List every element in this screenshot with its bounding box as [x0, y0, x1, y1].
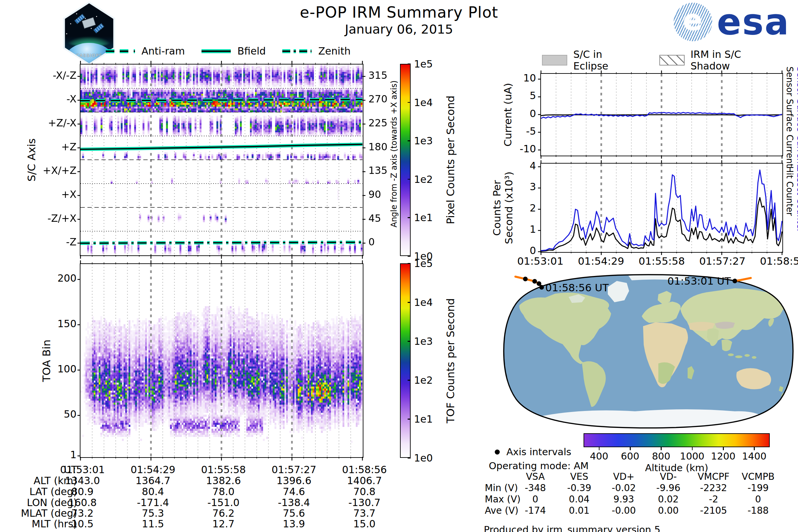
angle-tick-label: 225 [368, 118, 387, 128]
ephemeris-value: 12.7 [212, 519, 235, 529]
angle-tick-label: 135 [368, 166, 387, 175]
counts-tick-label: 4 [517, 161, 536, 171]
angle-tick-label: 0 [368, 237, 375, 247]
angle-axis-label: Angle from -Z axis (towards +X axis) [390, 80, 399, 227]
ephemeris-row-label: MLT (hrs) [20, 519, 77, 529]
ephemeris-value: 15.0 [354, 519, 376, 529]
ephemeris-value: 73.2 [72, 508, 94, 518]
voltage-value: -348 [525, 483, 546, 493]
toa-spectrogram [80, 263, 363, 458]
sensor-surface-current-x5-label: Sensor Surface Current x 5 [795, 66, 798, 183]
colorbar-tick-label: 1e5 [414, 259, 433, 269]
angle-tick-label: 315 [368, 71, 387, 80]
sensor-surface-current-label: Sensor Surface Current [785, 66, 795, 167]
voltage-value: -2105 [700, 506, 727, 515]
colorbar-tick [407, 102, 411, 103]
colorbar-tick [407, 140, 411, 141]
ephemeris-value: 74.6 [283, 487, 305, 497]
altitude-tick [661, 447, 662, 450]
voltage-value: -2232 [700, 483, 727, 493]
ephemeris-value: 76.2 [212, 508, 235, 518]
colorbar-tick [407, 341, 411, 342]
time-tick-label: 01:54:29 [578, 256, 624, 266]
voltage-value: -199 [747, 483, 769, 493]
voltage-row-label: Ave (V) [485, 506, 518, 515]
ephemeris-value: 70.8 [354, 487, 376, 497]
world-map: 01:53:01 UT 01:58:56 UT [502, 274, 795, 429]
colorbar-tick [407, 380, 411, 381]
altitude-tick [723, 447, 724, 450]
voltage-value: -2 [709, 495, 718, 504]
ephemeris-row-label: MLAT (deg) [20, 508, 77, 518]
time-tick-label: 01:55:58 [639, 256, 685, 266]
ephemeris-value: 73.7 [354, 508, 376, 518]
pixel-colorbar [400, 64, 411, 256]
track-start-time: 01:53:01 UT [667, 275, 731, 287]
shadow-label: IRM in S/C Shadow [690, 49, 781, 72]
sc-axis-row-label: +Z [20, 142, 76, 152]
angle-tick-label: 45 [368, 213, 381, 224]
ephemeris-value: 75.3 [142, 508, 164, 518]
altitude-tick-label: 1000 [680, 452, 705, 461]
counts-tick-label: 1 [517, 225, 536, 234]
ephemeris-value: 1364.7 [136, 476, 171, 486]
ephemeris-value: -138.4 [278, 498, 310, 508]
track-end-time: 01:58:56 UT [545, 282, 609, 293]
voltage-value: -0.00 [612, 506, 636, 515]
voltage-value: 0 [755, 495, 761, 504]
ephemeris-value: 01:53:01 [60, 465, 105, 475]
colorbar-tick [407, 256, 411, 257]
toa-tick-label: 100 [39, 364, 76, 374]
altitude-tick-label: 800 [652, 452, 670, 461]
surface-current-plot [540, 73, 783, 156]
page-date: January 06, 2015 [345, 22, 453, 37]
toa-tick-label: 1 [39, 450, 76, 460]
pixel-colorbar-label: Pixel Counts per Second [444, 95, 457, 224]
voltage-column-header: VD- [660, 472, 677, 481]
colorbar-tick-label: 1e4 [414, 298, 433, 307]
colorbar-tick [407, 179, 411, 180]
ephemeris-value: 01:57:27 [272, 465, 317, 475]
time-tick-label: 01:57:27 [699, 256, 745, 266]
sc-axis-overlay [80, 64, 362, 255]
sc-axis-spectrogram [80, 64, 363, 256]
counters-chart [541, 164, 782, 252]
ephemeris-value: 1382.6 [206, 476, 241, 486]
ephemeris-value: -171.4 [137, 498, 169, 508]
voltage-value: 0.04 [569, 495, 590, 504]
ephemeris-value: 75.6 [283, 508, 305, 518]
legend-label-anti-ram: Anti-ram [141, 45, 185, 57]
angle-tick-label: 270 [368, 94, 387, 104]
tof-colorbar-label: TOF Counts per Second [444, 298, 457, 423]
ephemeris-value: 160.8 [68, 498, 97, 508]
altitude-tick [754, 447, 755, 450]
counts-tick-label: 2 [517, 203, 536, 213]
current-tick-label: -10 [512, 144, 536, 154]
zenith-line-sample [282, 48, 312, 54]
ephemeris-value: -130.7 [348, 498, 381, 508]
current-tick-label: 0 [512, 109, 536, 119]
voltage-value: 0.01 [569, 506, 590, 515]
esa-wordmark: esa [717, 4, 790, 40]
axis-intervals-label: Axis intervals [507, 446, 571, 457]
ephemeris-value: 01:55:58 [201, 465, 246, 475]
ephemeris-value: 80.4 [142, 487, 164, 497]
tof-colorbar [400, 263, 411, 458]
sc-axis-row-label: +Z/-X [20, 118, 76, 128]
voltage-value: 0 [532, 495, 538, 504]
colorbar-tick [407, 63, 411, 64]
ephemeris-value: 11.5 [142, 519, 164, 529]
ephemeris-value: 80.9 [72, 487, 94, 497]
ground-track-map: 01:53:01 UT 01:58:56 UT [502, 274, 795, 429]
colorbar-tick [407, 263, 411, 264]
voltage-row-label: Max (V) [485, 495, 521, 504]
voltage-column-header: VCMPB [742, 472, 775, 481]
voltage-column-header: VES [570, 472, 589, 481]
colorbar-tick-label: 1e5 [414, 59, 433, 69]
voltage-value: 9.93 [613, 495, 634, 504]
colorbar-tick-label: 1e4 [414, 98, 433, 108]
ephemeris-value: 01:58:56 [342, 465, 387, 475]
hit-counter-label: Hit Counter [785, 166, 795, 216]
voltage-value: -9.96 [657, 483, 680, 493]
sc-axis-row-label: -Z/+X [20, 213, 76, 224]
